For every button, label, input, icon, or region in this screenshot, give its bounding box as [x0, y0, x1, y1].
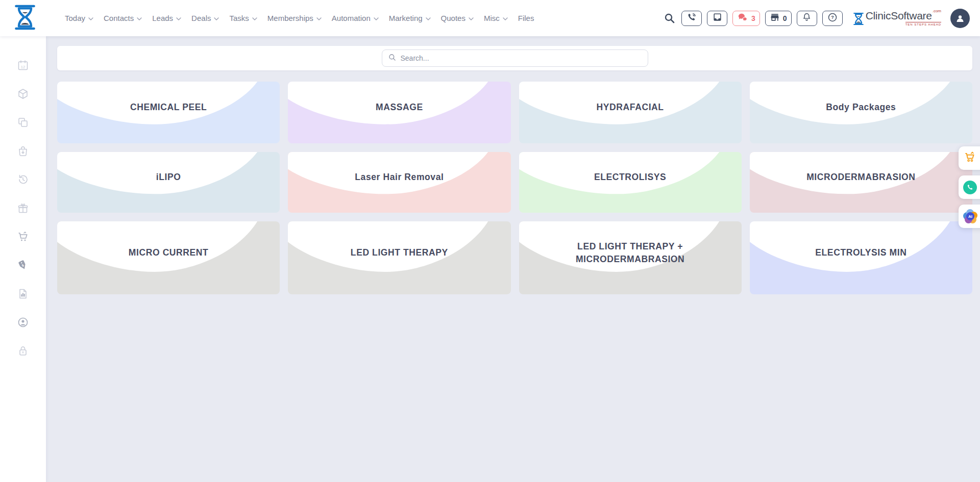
store-icon	[770, 12, 780, 24]
chevron-down-icon	[176, 17, 181, 20]
nav-label: Quotes	[441, 14, 465, 22]
chat-button[interactable]: 3	[732, 11, 760, 26]
sidebar-item-products[interactable]	[0, 80, 46, 108]
user-icon	[954, 13, 966, 24]
category-card-microdermabrasion[interactable]: MICRODERMABRASION	[750, 152, 972, 213]
floating-whatsapp-button[interactable]	[959, 175, 980, 199]
nav-label: Automation	[332, 14, 371, 22]
nav-item-contacts[interactable]: Contacts	[104, 14, 142, 22]
chat-badge: 3	[751, 14, 755, 22]
svg-text:?: ?	[831, 15, 834, 20]
search-input[interactable]	[401, 54, 642, 62]
nav-item-marketing[interactable]: Marketing	[389, 14, 431, 22]
category-card-massage[interactable]: MASSAGE	[288, 82, 510, 143]
chat-bubbles-icon	[737, 12, 748, 24]
category-label: MICRO CURRENT	[57, 221, 280, 294]
sidebar-item-gifts[interactable]	[0, 194, 46, 222]
help-button[interactable]: ?	[822, 11, 843, 26]
category-card-chemical-peel[interactable]: CHEMICAL PEEL	[57, 82, 280, 143]
nav-label: Tasks	[229, 14, 249, 22]
top-actions: 3 0 ?	[664, 9, 970, 28]
category-grid: CHEMICAL PEEL MASSAGE HYDRAFACIAL Body P…	[57, 82, 972, 294]
chevron-down-icon	[252, 17, 257, 20]
app-logo-hourglass-icon[interactable]	[14, 4, 36, 33]
category-label: MASSAGE	[288, 82, 510, 143]
sidebar-item-copy[interactable]	[0, 108, 46, 137]
ai-label: AI	[966, 212, 974, 220]
category-label: HYDRAFACIAL	[519, 82, 742, 143]
sidebar-item-pricing[interactable]: $	[0, 251, 46, 280]
history-icon	[17, 173, 29, 186]
whatsapp-phone-icon	[963, 181, 977, 194]
nav-item-leads[interactable]: Leads	[152, 14, 181, 22]
lock-icon	[17, 345, 29, 357]
nav-item-deals[interactable]: Deals	[191, 14, 219, 22]
category-label: LED LIGHT THERAPY	[288, 221, 510, 294]
nav-item-tasks[interactable]: Tasks	[229, 14, 257, 22]
sidebar-item-history[interactable]	[0, 165, 46, 194]
category-card-ilipo[interactable]: iLIPO	[57, 152, 280, 213]
bell-icon	[802, 12, 812, 24]
gift-icon	[17, 202, 29, 214]
top-bar: Today Contacts Leads Deals Tasks Members…	[0, 0, 980, 36]
search-box[interactable]	[382, 49, 648, 67]
nav-item-misc[interactable]: Misc	[484, 14, 508, 22]
main-content: CHEMICAL PEEL MASSAGE HYDRAFACIAL Body P…	[46, 36, 980, 482]
phone-button[interactable]	[681, 11, 702, 26]
help-icon: ?	[827, 12, 838, 24]
nav-item-automation[interactable]: Automation	[332, 14, 379, 22]
category-card-electrolysis-min[interactable]: ELECTROLYSIS MIN	[750, 221, 972, 294]
nav-label: Contacts	[104, 14, 134, 22]
nav-item-quotes[interactable]: Quotes	[441, 14, 474, 22]
category-card-hydrafacial[interactable]: HYDRAFACIAL	[519, 82, 742, 143]
chevron-down-icon	[316, 17, 322, 20]
inbox-button[interactable]	[707, 11, 727, 26]
sidebar-item-security[interactable]	[0, 337, 46, 365]
cube-icon	[17, 88, 29, 100]
sidebar-item-cart[interactable]	[0, 222, 46, 251]
sidebar-item-account[interactable]	[0, 308, 46, 337]
category-label: CHEMICAL PEEL	[57, 82, 280, 143]
search-bar-card	[57, 46, 972, 70]
chevron-down-icon	[88, 17, 93, 20]
main-nav: Today Contacts Leads Deals Tasks Members…	[65, 14, 534, 22]
nav-label: Files	[518, 14, 534, 22]
category-label: Body Packages	[750, 82, 972, 143]
brand-name: ClinicSoftware	[866, 10, 932, 21]
chevron-down-icon	[503, 17, 508, 20]
orange-cart-icon	[963, 150, 976, 166]
category-label: Laser Hair Removal	[288, 152, 510, 213]
nav-label: Deals	[191, 14, 211, 22]
ai-assistant-icon: AI	[963, 209, 977, 223]
category-label: MICRODERMABRASION	[750, 152, 972, 213]
cart-icon	[17, 231, 29, 243]
category-card-electrolisys[interactable]: ELECTROLISYS	[519, 152, 742, 213]
brand-tld: .com	[933, 9, 941, 13]
nav-label: Marketing	[389, 14, 423, 22]
category-card-body-packages[interactable]: Body Packages	[750, 82, 972, 143]
nav-label: Misc	[484, 14, 500, 22]
sidebar-item-reports[interactable]	[0, 280, 46, 308]
sidebar-item-calendar[interactable]: 12	[0, 51, 46, 80]
sidebar-item-orders[interactable]	[0, 137, 46, 165]
nav-label: Memberships	[267, 14, 313, 22]
floating-ai-button[interactable]: AI	[959, 205, 980, 228]
store-count: 0	[783, 14, 787, 22]
nav-item-memberships[interactable]: Memberships	[267, 14, 322, 22]
nav-item-files[interactable]: Files	[518, 14, 534, 22]
user-avatar[interactable]	[950, 9, 970, 28]
account-circle-icon	[17, 316, 29, 328]
notifications-button[interactable]	[797, 11, 817, 26]
category-card-led-light-therapy[interactable]: LED LIGHT THERAPY	[288, 221, 510, 294]
nav-label: Leads	[152, 14, 173, 22]
category-label: ELECTROLYSIS MIN	[750, 221, 972, 294]
search-icon[interactable]	[664, 13, 675, 24]
category-card-laser-hair-removal[interactable]: Laser Hair Removal	[288, 152, 510, 213]
floating-cart-button[interactable]	[959, 146, 980, 170]
calendar-icon: 12	[17, 59, 29, 71]
store-button[interactable]: 0	[765, 11, 792, 26]
category-card-led-light-therapy-microdermabrasion[interactable]: LED LIGHT THERAPY + MICRODERMABRASION	[519, 221, 742, 294]
clinicsoftware-logo[interactable]: ClinicSoftware .com TEN STEPS AHEAD	[853, 10, 941, 26]
category-card-micro-current[interactable]: MICRO CURRENT	[57, 221, 280, 294]
nav-item-today[interactable]: Today	[65, 14, 93, 22]
